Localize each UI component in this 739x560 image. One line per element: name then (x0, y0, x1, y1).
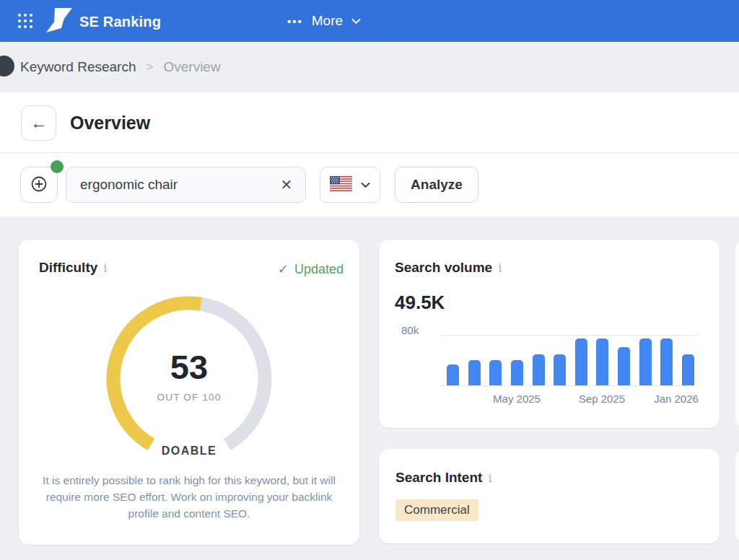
updated-status: ✓ Updated (278, 261, 344, 277)
add-keyword-button[interactable] (20, 167, 58, 203)
volume-bar[interactable] (639, 338, 652, 385)
volume-bar[interactable] (596, 338, 608, 385)
search-volume-card: Search volume i 49.5K 80k May 2025 Sep 2… (379, 240, 720, 428)
volume-bar[interactable] (575, 338, 587, 385)
volume-bar-chart (447, 335, 694, 385)
difficulty-score: 53 (19, 347, 359, 387)
x-axis-label: Jan 2026 (654, 393, 699, 405)
more-menu[interactable]: ••• More (287, 0, 361, 42)
breadcrumb-separator: > (147, 60, 154, 74)
lightning-bolt-icon (45, 6, 74, 38)
check-icon: ✓ (278, 261, 289, 277)
info-icon[interactable]: i (103, 261, 107, 275)
close-icon: ✕ (281, 177, 293, 193)
info-icon[interactable]: i (488, 471, 491, 485)
brand-name: SE Ranking (79, 14, 161, 30)
region-select[interactable] (320, 167, 380, 203)
volume-bar[interactable] (489, 360, 502, 385)
volume-bar[interactable] (660, 338, 673, 385)
plus-circle-icon (30, 175, 48, 195)
difficulty-gauge: 53 OUT OF 100 (19, 292, 359, 455)
page-header: ← Overview ✕ (0, 92, 739, 216)
notification-dot (51, 160, 64, 173)
volume-bar[interactable] (554, 354, 566, 385)
difficulty-title: Difficulty (39, 260, 97, 276)
difficulty-description: It is entirely possible to rank high for… (39, 472, 339, 522)
search-intent-title: Search Intent (395, 470, 482, 486)
info-icon[interactable]: i (498, 261, 502, 275)
search-intent-card: Search Intent i Commercial (379, 449, 720, 543)
chevron-down-icon (361, 178, 370, 191)
volume-bar[interactable] (533, 354, 545, 385)
volume-bar[interactable] (511, 360, 523, 385)
breadcrumb-bar: Keyword Research > Overview (0, 42, 739, 92)
keyword-input-wrap: ✕ (66, 167, 306, 203)
keyword-input[interactable] (66, 167, 306, 203)
us-flag-icon (330, 176, 352, 194)
volume-bar[interactable] (468, 360, 481, 385)
x-axis-label: May 2025 (493, 393, 541, 405)
ellipsis-icon: ••• (287, 15, 303, 27)
difficulty-scale-label: OUT OF 100 (19, 392, 359, 403)
header-divider (0, 152, 739, 153)
x-axis-label: Sep 2025 (579, 393, 625, 405)
left-arrow-icon: ← (30, 113, 47, 133)
search-volume-title: Search volume (395, 260, 492, 276)
partial-card (735, 449, 739, 543)
partial-card (735, 240, 739, 428)
breadcrumb-current: Overview (163, 59, 220, 75)
back-button[interactable]: ← (21, 105, 56, 141)
collapsed-nav-circle[interactable] (0, 56, 14, 76)
keyword-research-overview-page: SE Ranking ••• More Keyword Research > O… (0, 0, 739, 560)
difficulty-verdict: DOABLE (19, 445, 359, 458)
apps-grid-icon[interactable] (17, 13, 33, 29)
analyze-button[interactable]: Analyze (395, 167, 478, 203)
y-axis-tick-label: 80k (401, 324, 419, 336)
volume-bar[interactable] (447, 364, 459, 385)
difficulty-card: Difficulty i ✓ Updated 53 OUT OF 100 DOA… (19, 240, 359, 545)
intent-badge: Commercial (395, 499, 478, 521)
chart-baseline (440, 385, 694, 386)
more-label: More (312, 13, 343, 29)
page-title: Overview (70, 113, 150, 134)
top-navigation-bar: SE Ranking ••• More (0, 0, 739, 42)
clear-input-button[interactable]: ✕ (277, 175, 296, 194)
breadcrumb-keyword-research[interactable]: Keyword Research (20, 59, 136, 75)
brand-logo[interactable]: SE Ranking (45, 6, 161, 38)
chevron-down-icon (351, 14, 361, 27)
updated-label: Updated (294, 262, 344, 277)
volume-bar[interactable] (682, 354, 694, 385)
breadcrumb: Keyword Research > Overview (20, 42, 221, 92)
search-volume-value: 49.5K (395, 292, 445, 314)
volume-bar[interactable] (618, 347, 630, 385)
